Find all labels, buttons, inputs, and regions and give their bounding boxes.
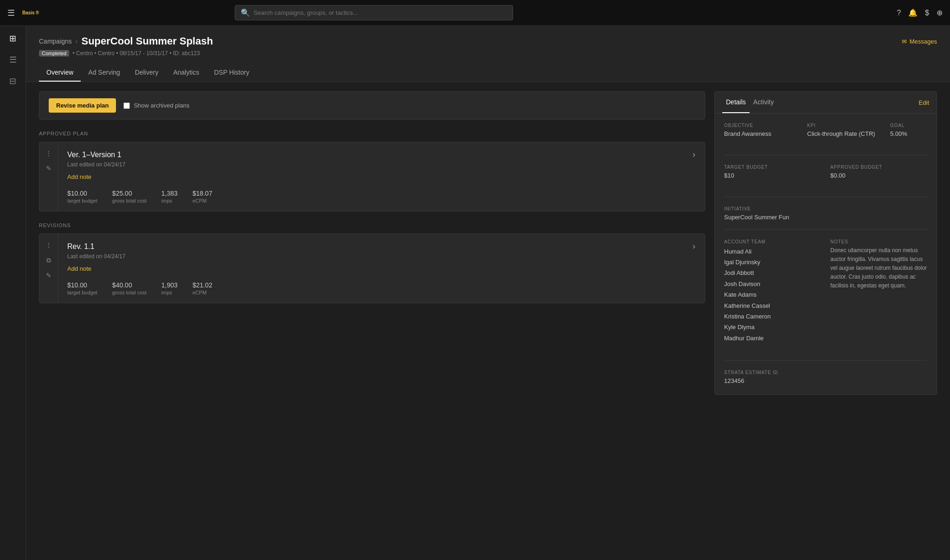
detail-tabs: Details Activity Edit: [715, 92, 937, 114]
breadcrumb-parent[interactable]: Campaigns: [39, 38, 72, 45]
team-member: Katherine Cassel: [724, 300, 821, 311]
revision-metric-target-budget: $10.00 target budget: [67, 281, 97, 295]
search-bar[interactable]: 🔍: [235, 5, 513, 20]
app-body: ⊞ ☰ ⊟ Campaigns › SuperCool Summer Splas…: [0, 26, 950, 560]
campaign-id: ID: abc123: [173, 50, 200, 57]
approved-plan-label: Approved Plan: [39, 131, 705, 136]
approved-plan-add-note[interactable]: Add note: [67, 173, 91, 180]
add-icon[interactable]: ⊕: [937, 8, 943, 17]
revision-plan-card: ⋮ ⧉ ✎ Rev. 1.1 › Last edited on 04/24/17…: [39, 234, 705, 303]
campaign-agency: Centro: [98, 50, 115, 57]
app-logo: Basis®: [22, 10, 39, 15]
breadcrumb: Campaigns › SuperCool Summer Splash ✉ Me…: [39, 35, 937, 47]
envelope-icon: ✉: [902, 38, 907, 45]
search-input[interactable]: [254, 9, 507, 16]
tab-overview[interactable]: Overview: [39, 64, 81, 82]
approved-plan-title: Ver. 1–Version 1: [67, 151, 122, 159]
detail-approved-budget: APPROVED BUDGET $0.00: [830, 165, 927, 180]
campaign-dates: 08/15/17 - 10/31/17: [120, 50, 168, 57]
team-member: Madhur Damle: [724, 333, 821, 344]
approved-plan-chevron[interactable]: ›: [693, 150, 695, 159]
campaign-subtitle: Completed • Centro • Centro • 08/15/17 -…: [39, 50, 937, 57]
revision-copy-icon[interactable]: ⧉: [46, 256, 51, 264]
detail-body: OBJECTIVE Brand Awareness KPI Click-thro…: [715, 114, 937, 395]
team-member: Jodi Abbott: [724, 267, 821, 278]
approved-plan-body: Ver. 1–Version 1 › Last edited on 04/24/…: [58, 142, 705, 211]
status-badge: Completed: [39, 50, 69, 57]
approved-plan-edited: Last edited on 04/24/17: [67, 161, 695, 168]
account-team-list: Humad AliIgal DjurinskyJodi AbbottJosh D…: [724, 246, 821, 344]
breadcrumb-separator: ›: [76, 38, 78, 45]
content-area: Revise media plan Show archived plans Ap…: [26, 82, 950, 404]
revision-plan-title-row: Rev. 1.1 ›: [67, 242, 695, 251]
main-tabs: Overview Ad Serving Delivery Analytics D…: [39, 64, 937, 82]
revision-plan-metrics: $10.00 target budget $40.00 gross total …: [67, 281, 695, 295]
plan-menu-icon[interactable]: ⋮: [45, 150, 52, 157]
edit-details-button[interactable]: Edit: [919, 99, 929, 106]
revision-plan-edited: Last edited on 04/24/17: [67, 253, 695, 260]
revise-media-plan-button[interactable]: Revise media plan: [49, 98, 116, 113]
help-icon[interactable]: ?: [897, 9, 901, 17]
detail-team-notes-row: ACCOUNT TEAM Humad AliIgal DjurinskyJodi…: [724, 239, 927, 361]
left-panel: Revise media plan Show archived plans Ap…: [39, 91, 705, 395]
metric-target-budget: $10.00 target budget: [67, 190, 97, 204]
sidebar-grid-icon[interactable]: ⊟: [9, 76, 16, 86]
show-archived-checkbox[interactable]: [123, 102, 130, 109]
revision-plan-title: Rev. 1.1: [67, 242, 94, 251]
detail-objective: OBJECTIVE Brand Awareness: [724, 123, 798, 138]
detail-card: Details Activity Edit OBJECTIVE Brand Aw…: [714, 91, 937, 395]
revision-metric-gross-cost: $40.00 gross total cost: [112, 281, 147, 295]
tab-ad-serving[interactable]: Ad Serving: [81, 64, 127, 82]
team-member: Igal Djurinsky: [724, 257, 821, 267]
metric-imps: 1,383 imps: [161, 190, 178, 204]
campaign-title: SuperCool Summer Splash: [82, 35, 213, 47]
detail-strata-row: STRATA ESTIMATE ID 123456: [724, 370, 927, 385]
tab-analytics[interactable]: Analytics: [166, 64, 206, 82]
right-panel: Details Activity Edit OBJECTIVE Brand Aw…: [714, 91, 937, 395]
metric-gross-cost: $25.00 gross total cost: [112, 190, 147, 204]
metric-ecpm: $18.07 eCPM: [193, 190, 212, 204]
detail-initiative-row: INITIATIVE SuperCool Summer Fun: [724, 206, 927, 229]
detail-kpi: KPI Click-through Rate (CTR): [807, 123, 881, 138]
campaign-client: Centro: [76, 50, 93, 57]
revision-menu-icon[interactable]: ⋮: [45, 242, 52, 249]
page-header: Campaigns › SuperCool Summer Splash ✉ Me…: [26, 26, 950, 82]
plan-edit-icon[interactable]: ✎: [46, 165, 51, 172]
team-member: Kristina Cameron: [724, 311, 821, 322]
tab-activity[interactable]: Activity: [750, 92, 777, 113]
revision-plan-side: ⋮ ⧉ ✎: [39, 234, 58, 303]
detail-budget-row: TARGET BUDGET $10 APPROVED BUDGET $0.00: [724, 165, 927, 197]
top-nav: ☰ Basis® 🔍 ? 🔔 $ ⊕: [0, 0, 950, 26]
nav-icons: ? 🔔 $ ⊕: [897, 8, 943, 17]
revision-plan-add-note[interactable]: Add note: [67, 265, 91, 272]
revision-metric-imps: 1,903 imps: [161, 281, 178, 295]
team-member: Kate Adams: [724, 289, 821, 300]
sidebar-list-icon[interactable]: ☰: [9, 55, 17, 65]
team-member: Josh Davison: [724, 279, 821, 289]
detail-target-budget: TARGET BUDGET $10: [724, 165, 821, 180]
sidebar-dashboard-icon[interactable]: ⊞: [9, 33, 16, 44]
detail-account-team: ACCOUNT TEAM Humad AliIgal DjurinskyJodi…: [724, 239, 821, 344]
revisions-label: Revisions: [39, 223, 705, 228]
messages-link[interactable]: ✉ Messages: [902, 38, 937, 45]
approved-plan-card: ⋮ ✎ Ver. 1–Version 1 › Last edited on 04…: [39, 142, 705, 211]
tab-delivery[interactable]: Delivery: [128, 64, 166, 82]
detail-objective-row: OBJECTIVE Brand Awareness KPI Click-thro…: [724, 123, 927, 155]
action-bar: Revise media plan Show archived plans: [39, 91, 705, 120]
tab-details[interactable]: Details: [722, 92, 750, 113]
archive-checkbox-label[interactable]: Show archived plans: [123, 102, 189, 109]
revision-metric-ecpm: $21.02 eCPM: [193, 281, 212, 295]
billing-icon[interactable]: $: [925, 9, 929, 17]
revision-edit-icon[interactable]: ✎: [46, 272, 51, 279]
detail-notes: NOTES Donec ullamcorper nulla non metus …: [830, 239, 927, 344]
notifications-icon[interactable]: 🔔: [908, 8, 918, 17]
tab-dsp-history[interactable]: DSP History: [206, 64, 257, 82]
menu-icon[interactable]: ☰: [7, 8, 15, 18]
search-icon: 🔍: [241, 8, 250, 17]
team-member: Humad Ali: [724, 246, 821, 257]
revision-plan-chevron[interactable]: ›: [693, 242, 695, 251]
revision-plan-body: Rev. 1.1 › Last edited on 04/24/17 Add n…: [58, 234, 705, 303]
detail-goal: GOAL 5.00%: [890, 123, 927, 138]
team-member: Kyle Dlyma: [724, 322, 821, 332]
approved-plan-side: ⋮ ✎: [39, 142, 58, 211]
